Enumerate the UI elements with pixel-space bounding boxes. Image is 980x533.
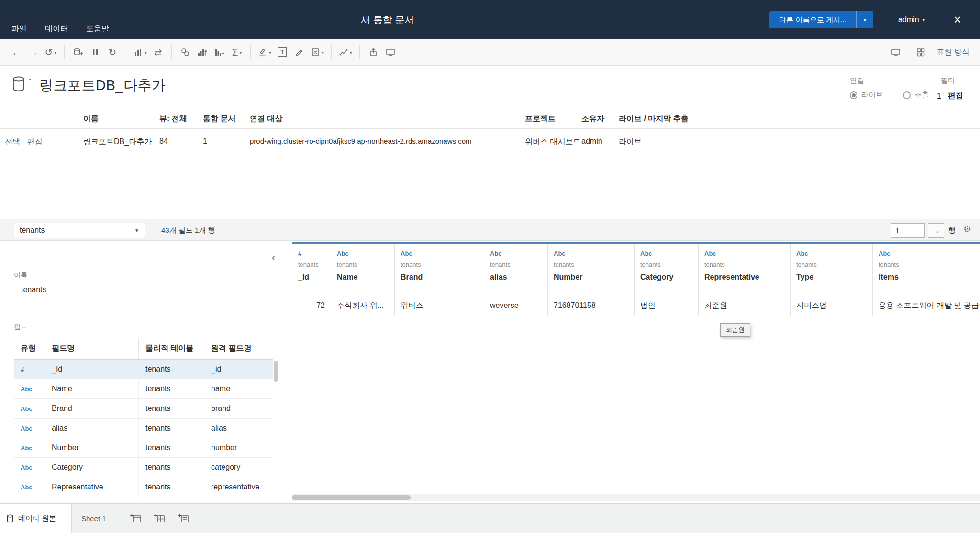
field-name: Name [45, 379, 139, 398]
table-name-value[interactable]: tenants [21, 285, 46, 294]
back-icon[interactable]: ← [8, 44, 25, 61]
presentation-mode-icon[interactable] [382, 44, 399, 61]
grid-cell[interactable]: 72 [292, 295, 331, 316]
revert-history-icon[interactable]: ↺ ▾ [42, 44, 59, 61]
string-type-icon: Abc [21, 405, 33, 412]
field-row[interactable]: # _Id tenants _id [14, 360, 273, 379]
grid-column-header[interactable]: Abc tenants alias [484, 244, 548, 295]
string-type-icon: Abc [21, 464, 33, 471]
string-type-icon: Abc [554, 250, 628, 257]
top-bar: 파일 데이터 도움말 새 통합 문서 다른 이름으로 게시... ▾ admin… [0, 0, 980, 39]
tab-datasource[interactable]: 데이터 원본 [0, 504, 72, 533]
grid-column-header[interactable]: Abc tenants Category [635, 244, 699, 295]
clear-sheet-icon[interactable]: ▾ [308, 44, 326, 61]
grid-column-header[interactable]: Abc tenants Type [791, 244, 873, 295]
chevron-down-icon: ▾ [145, 50, 147, 55]
user-menu[interactable]: admin ▾ [898, 15, 925, 24]
radio-selected-icon [850, 91, 858, 99]
tab-sheet1-label: Sheet 1 [81, 514, 106, 522]
user-name: admin [898, 15, 919, 24]
collapse-panel-button[interactable]: ‹ [272, 251, 275, 264]
run-update-icon[interactable]: ↻ [104, 44, 121, 61]
col-header-project: 프로젝트 [525, 114, 556, 124]
menu-data[interactable]: 데이터 [45, 24, 68, 34]
grid-column-header[interactable]: Abc tenants Number [548, 244, 635, 295]
forward-icon[interactable]: → [25, 44, 42, 61]
grid-cell[interactable]: 주식회사 위... [331, 295, 395, 316]
datasource-icon[interactable]: ▾ [11, 76, 31, 93]
edit-annotation-icon[interactable] [291, 44, 308, 61]
string-type-icon: Abc [796, 250, 867, 257]
grid-cell[interactable]: 서비스업 [791, 295, 873, 316]
column-field-name: Name [337, 273, 389, 282]
scrollbar-thumb[interactable] [274, 361, 278, 382]
field-row[interactable]: Abc Name tenants name [14, 379, 273, 399]
menu-file[interactable]: 파일 [11, 24, 27, 34]
row-count-input[interactable] [891, 223, 925, 238]
share-icon[interactable] [365, 44, 382, 61]
text-label-icon[interactable]: T [274, 44, 291, 61]
show-me-icon[interactable] [912, 44, 929, 61]
col-header-remote: 원격 필드명 [204, 338, 273, 359]
new-datasource-icon[interactable] [69, 44, 87, 61]
new-dashboard-icon[interactable] [152, 511, 167, 526]
publish-dropdown-button[interactable]: ▾ [856, 11, 873, 28]
chevron-down-icon: ▾ [350, 50, 352, 55]
radio-unselected-icon [903, 91, 911, 99]
filter-edit-link[interactable]: 편집 [948, 91, 963, 101]
physical-table: tenants [139, 438, 204, 457]
app-window: 파일 데이터 도움말 새 통합 문서 다른 이름으로 게시... ▾ admin… [0, 0, 980, 533]
grid-cell[interactable]: 위버스 [395, 295, 484, 316]
pause-updates-icon[interactable] [87, 44, 104, 61]
table-select-dropdown[interactable]: tenants ▼ [14, 223, 145, 238]
new-story-icon[interactable] [176, 511, 191, 526]
filter-label: 필터 [941, 76, 955, 85]
grid-cell[interactable]: 응용 소프트웨어 개발 및 공급업 [873, 295, 980, 316]
number-type-icon: # [21, 366, 24, 373]
menu-help[interactable]: 도움말 [86, 24, 109, 34]
grid-cell[interactable]: 최준원 [699, 295, 791, 316]
swap-axes-icon[interactable]: ⇄ [149, 44, 167, 61]
field-name: Brand [45, 399, 139, 418]
string-type-icon: Abc [21, 444, 33, 452]
field-row[interactable]: Abc Category tenants category [14, 458, 273, 477]
grid-column-header[interactable]: Abc tenants Representative [699, 244, 791, 295]
live-radio[interactable]: 라이브 [850, 91, 883, 100]
publish-as-button[interactable]: 다른 이름으로 게시... ▾ [769, 11, 873, 28]
remote-field: alias [204, 419, 273, 438]
device-preview-icon[interactable] [887, 44, 904, 61]
marks-card-icon[interactable]: ▾ [131, 44, 149, 61]
tab-sheet1[interactable]: Sheet 1 [72, 504, 116, 533]
field-name: Category [45, 458, 139, 477]
show-mark-labels-icon[interactable]: ▾ [336, 44, 355, 61]
select-link[interactable]: 선택 [5, 137, 20, 147]
grid-cell[interactable]: 법인 [635, 295, 699, 316]
row-project: 위버스 대시보드 [525, 137, 580, 147]
chevron-down-icon: ▾ [322, 50, 324, 55]
sort-ascending-icon[interactable] [194, 44, 211, 61]
gear-icon[interactable]: ⚙ [963, 225, 971, 234]
grid-cell[interactable]: weverse [484, 295, 548, 316]
sort-descending-icon[interactable] [211, 44, 228, 61]
scrollbar-thumb[interactable] [292, 495, 411, 500]
field-row[interactable]: Abc Brand tenants brand [14, 399, 273, 419]
totals-icon[interactable]: Σ ▾ [228, 44, 245, 61]
extract-radio[interactable]: 추출 [903, 91, 929, 100]
horizontal-scrollbar[interactable] [292, 494, 980, 501]
group-members-icon[interactable] [177, 44, 194, 61]
grid-column-header[interactable]: # tenants _Id [292, 244, 331, 295]
row-go-button[interactable]: → [928, 223, 944, 238]
highlight-icon[interactable]: ▾ [256, 44, 274, 61]
grid-column-header[interactable]: Abc tenants Brand [395, 244, 484, 295]
field-row[interactable]: Abc alias tenants alias [14, 419, 273, 438]
grid-cell[interactable]: 7168701158 [548, 295, 635, 316]
edit-link[interactable]: 편집 [27, 137, 43, 147]
new-worksheet-icon[interactable] [128, 511, 144, 526]
field-row[interactable]: Abc Representative tenants representativ… [14, 477, 273, 497]
show-me-label[interactable]: 표현 방식 [937, 47, 969, 57]
grid-column-header[interactable]: Abc tenants Items [873, 244, 980, 295]
field-row[interactable]: Abc Number tenants number [14, 438, 273, 458]
grid-column-header[interactable]: Abc tenants Name [331, 244, 395, 295]
close-button[interactable]: × [954, 13, 961, 26]
publish-as-label[interactable]: 다른 이름으로 게시... [769, 11, 856, 28]
